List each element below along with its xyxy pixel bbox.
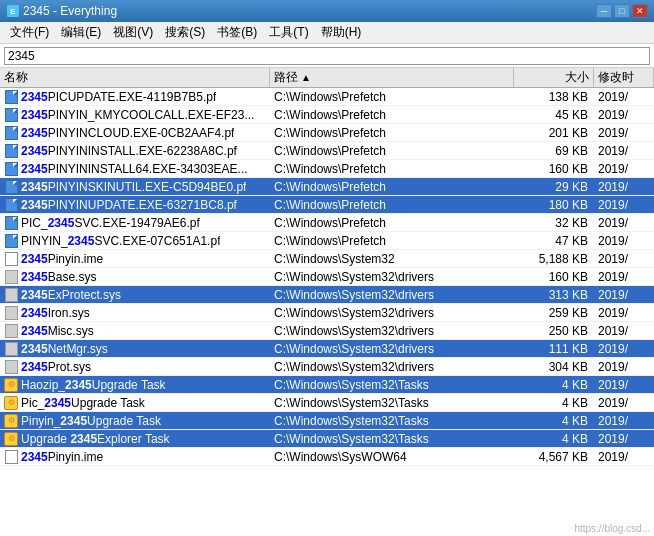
cell-date: 2019/: [594, 89, 654, 105]
search-highlight: 2345: [21, 198, 48, 212]
column-header-name[interactable]: 名称: [0, 68, 270, 87]
cell-date: 2019/: [594, 287, 654, 303]
cell-name: 2345Base.sys: [0, 269, 270, 285]
cell-date: 2019/: [594, 197, 654, 213]
table-row[interactable]: 2345Misc.sys C:\Windows\System32\drivers…: [0, 322, 654, 340]
cell-path: C:\Windows\Prefetch: [270, 197, 514, 213]
table-row[interactable]: 2345Prot.sys C:\Windows\System32\drivers…: [0, 358, 654, 376]
table-row[interactable]: PIC_2345SVC.EXE-19479AE6.pf C:\Windows\P…: [0, 214, 654, 232]
file-icon-task: ⚙: [4, 414, 18, 428]
file-icon-sys: [4, 324, 18, 338]
cell-size: 29 KB: [514, 179, 594, 195]
search-highlight: 2345: [21, 108, 48, 122]
cell-path: C:\Windows\System32\Tasks: [270, 395, 514, 411]
cell-date: 2019/: [594, 269, 654, 285]
cell-size: 160 KB: [514, 269, 594, 285]
cell-date: 2019/: [594, 215, 654, 231]
cell-date: 2019/: [594, 395, 654, 411]
cell-size: 5,188 KB: [514, 251, 594, 267]
table-row[interactable]: 2345Pinyin.ime C:\Windows\System32 5,188…: [0, 250, 654, 268]
search-highlight: 2345: [65, 378, 92, 392]
file-icon-pf: [4, 162, 18, 176]
cell-path: C:\Windows\Prefetch: [270, 125, 514, 141]
search-highlight: 2345: [21, 306, 48, 320]
file-name: PINYIN_2345SVC.EXE-07C651A1.pf: [21, 234, 220, 248]
menu-search[interactable]: 搜索(S): [159, 22, 211, 43]
file-icon-pf: [4, 144, 18, 158]
search-highlight: 2345: [44, 396, 71, 410]
table-row[interactable]: PINYIN_2345SVC.EXE-07C651A1.pf C:\Window…: [0, 232, 654, 250]
cell-size: 4 KB: [514, 395, 594, 411]
search-highlight: 2345: [48, 216, 75, 230]
table-row[interactable]: 2345PINYINSKINUTIL.EXE-C5D94BE0.pf C:\Wi…: [0, 178, 654, 196]
table-row[interactable]: 2345PINYININSTALL64.EXE-34303EAE... C:\W…: [0, 160, 654, 178]
cell-size: 111 KB: [514, 341, 594, 357]
table-row[interactable]: 2345ExProtect.sys C:\Windows\System32\dr…: [0, 286, 654, 304]
table-row[interactable]: 2345Iron.sys C:\Windows\System32\drivers…: [0, 304, 654, 322]
file-name: 2345Pinyin.ime: [21, 450, 103, 464]
table-row[interactable]: 2345PINYIN_KMYCOOLCALL.EXE-EF23... C:\Wi…: [0, 106, 654, 124]
cell-size: 304 KB: [514, 359, 594, 375]
menu-file[interactable]: 文件(F): [4, 22, 55, 43]
search-input[interactable]: [4, 47, 650, 65]
cell-date: 2019/: [594, 413, 654, 429]
file-icon-ime: [4, 450, 18, 464]
table-row[interactable]: 2345PINYINUPDATE.EXE-63271BC8.pf C:\Wind…: [0, 196, 654, 214]
cell-date: 2019/: [594, 449, 654, 465]
menu-help[interactable]: 帮助(H): [315, 22, 368, 43]
cell-path: C:\Windows\System32\drivers: [270, 341, 514, 357]
search-highlight: 2345: [21, 324, 48, 338]
file-name: 2345PINYIN_KMYCOOLCALL.EXE-EF23...: [21, 108, 254, 122]
cell-path: C:\Windows\System32\Tasks: [270, 413, 514, 429]
cell-date: 2019/: [594, 359, 654, 375]
cell-name: 2345Pinyin.ime: [0, 251, 270, 267]
maximize-button[interactable]: □: [614, 4, 630, 18]
menu-bookmark[interactable]: 书签(B): [211, 22, 263, 43]
table-row[interactable]: 2345Pinyin.ime C:\Windows\SysWOW64 4,567…: [0, 448, 654, 466]
table-row[interactable]: ⚙ Haozip_2345Upgrade Task C:\Windows\Sys…: [0, 376, 654, 394]
table-row[interactable]: ⚙ Pic_2345Upgrade Task C:\Windows\System…: [0, 394, 654, 412]
cell-path: C:\Windows\Prefetch: [270, 179, 514, 195]
column-header-size[interactable]: 大小: [514, 68, 594, 87]
search-bar: [0, 44, 654, 68]
file-name: Pinyin_2345Upgrade Task: [21, 414, 161, 428]
table-row[interactable]: ⚙ Pinyin_2345Upgrade Task C:\Windows\Sys…: [0, 412, 654, 430]
cell-name: ⚙ Haozip_2345Upgrade Task: [0, 377, 270, 393]
close-button[interactable]: ✕: [632, 4, 648, 18]
cell-date: 2019/: [594, 305, 654, 321]
column-header-date[interactable]: 修改时: [594, 68, 654, 87]
file-icon-pf: [4, 180, 18, 194]
cell-size: 47 KB: [514, 233, 594, 249]
table-row[interactable]: 2345PINYININSTALL.EXE-62238A8C.pf C:\Win…: [0, 142, 654, 160]
table-row[interactable]: ⚙ Upgrade 2345Explorer Task C:\Windows\S…: [0, 430, 654, 448]
file-icon-sys: [4, 288, 18, 302]
menu-edit[interactable]: 编辑(E): [55, 22, 107, 43]
table-row[interactable]: 2345NetMgr.sys C:\Windows\System32\drive…: [0, 340, 654, 358]
column-header-path[interactable]: 路径 ▲: [270, 68, 514, 87]
cell-size: 4 KB: [514, 413, 594, 429]
cell-name: 2345NetMgr.sys: [0, 341, 270, 357]
search-highlight: 2345: [70, 432, 97, 446]
cell-name: ⚙ Pic_2345Upgrade Task: [0, 395, 270, 411]
cell-date: 2019/: [594, 179, 654, 195]
menu-tools[interactable]: 工具(T): [263, 22, 314, 43]
search-highlight: 2345: [68, 234, 95, 248]
table-body: 2345PICUPDATE.EXE-4119B7B5.pf C:\Windows…: [0, 88, 654, 536]
cell-path: C:\Windows\Prefetch: [270, 143, 514, 159]
cell-path: C:\Windows\System32\drivers: [270, 287, 514, 303]
cell-name: 2345Misc.sys: [0, 323, 270, 339]
cell-size: 32 KB: [514, 215, 594, 231]
file-icon-pf: [4, 108, 18, 122]
file-name: 2345PINYINCLOUD.EXE-0CB2AAF4.pf: [21, 126, 234, 140]
table-row[interactable]: 2345PINYINCLOUD.EXE-0CB2AAF4.pf C:\Windo…: [0, 124, 654, 142]
file-name: 2345PICUPDATE.EXE-4119B7B5.pf: [21, 90, 216, 104]
cell-name: 2345Pinyin.ime: [0, 449, 270, 465]
cell-size: 138 KB: [514, 89, 594, 105]
cell-path: C:\Windows\Prefetch: [270, 233, 514, 249]
search-highlight: 2345: [21, 270, 48, 284]
minimize-button[interactable]: ─: [596, 4, 612, 18]
menu-view[interactable]: 视图(V): [107, 22, 159, 43]
cell-path: C:\Windows\System32\Tasks: [270, 377, 514, 393]
table-row[interactable]: 2345PICUPDATE.EXE-4119B7B5.pf C:\Windows…: [0, 88, 654, 106]
table-row[interactable]: 2345Base.sys C:\Windows\System32\drivers…: [0, 268, 654, 286]
